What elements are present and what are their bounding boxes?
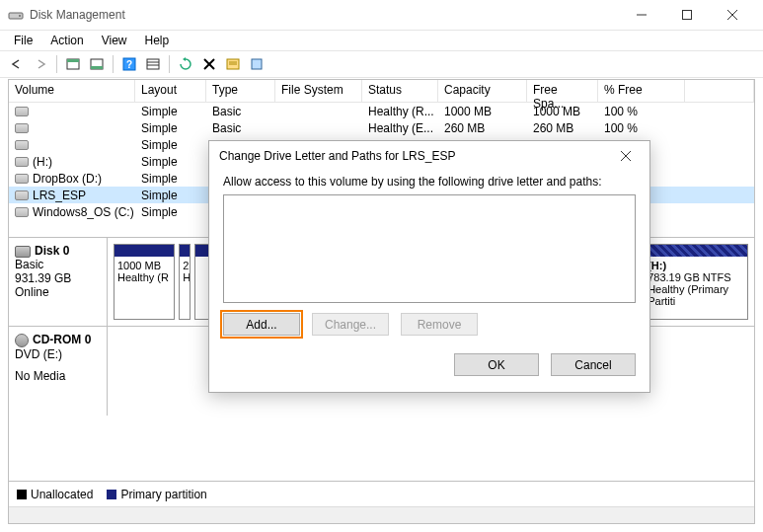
cdrom-info[interactable]: CD-ROM 0 DVD (E:) No Media <box>9 327 108 416</box>
help-icon[interactable]: ? <box>118 53 140 75</box>
primary-swatch <box>107 490 116 499</box>
maximize-button[interactable] <box>664 0 710 30</box>
disk-management-icon <box>8 7 24 23</box>
titlebar: Disk Management <box>0 0 763 31</box>
settings-icon[interactable] <box>142 53 164 75</box>
partition[interactable]: (H:)783.19 GB NTFSHealthy (Primary Parti… <box>644 244 748 320</box>
disk0-info[interactable]: Disk 0 Basic 931.39 GB Online <box>9 238 108 326</box>
table-row[interactable]: SimpleBasicHealthy (R...1000 MB1000 MB10… <box>9 103 754 119</box>
horizontal-scrollbar[interactable] <box>9 506 754 523</box>
header-free[interactable]: Free Spa... <box>527 80 598 102</box>
disk0-name: Disk 0 <box>35 244 69 258</box>
properties-icon[interactable] <box>222 53 244 75</box>
drive-icon <box>15 190 29 200</box>
cdrom-type: DVD (E:) <box>15 347 101 361</box>
unallocated-swatch <box>17 490 27 499</box>
disk0-size: 931.39 GB <box>15 271 101 285</box>
header-type[interactable]: Type <box>206 80 275 102</box>
change-drive-letter-dialog: Change Drive Letter and Paths for LRS_ES… <box>208 140 650 393</box>
header-layout[interactable]: Layout <box>135 80 206 102</box>
header-capacity[interactable]: Capacity <box>438 80 527 102</box>
header-overflow[interactable] <box>685 80 754 102</box>
disk0-state: Online <box>15 285 101 299</box>
svg-rect-12 <box>147 59 159 69</box>
show-bottom-icon[interactable] <box>86 53 108 75</box>
menu-view[interactable]: View <box>94 33 135 48</box>
dialog-instruction: Allow access to this volume by using the… <box>223 175 636 189</box>
drive-icon <box>15 174 29 184</box>
legend-unallocated: Unallocated <box>17 488 93 501</box>
ok-button[interactable]: OK <box>454 353 539 376</box>
partition[interactable]: 1000 MBHealthy (R <box>114 244 175 320</box>
minimize-button[interactable] <box>619 0 664 30</box>
remove-button: Remove <box>401 313 478 336</box>
header-filesystem[interactable]: File System <box>275 80 362 102</box>
back-button[interactable] <box>6 53 28 75</box>
show-top-icon[interactable] <box>62 53 84 75</box>
menu-action[interactable]: Action <box>42 33 91 48</box>
drive-icon <box>15 107 29 116</box>
cdrom-state: No Media <box>15 369 101 383</box>
close-button[interactable] <box>710 0 755 30</box>
disk0-type: Basic <box>15 258 101 271</box>
refresh-icon[interactable] <box>175 53 196 75</box>
header-status[interactable]: Status <box>362 80 438 102</box>
drive-icon <box>15 123 29 133</box>
forward-button[interactable] <box>30 53 51 75</box>
svg-rect-20 <box>252 59 262 69</box>
svg-rect-3 <box>683 11 692 20</box>
cancel-button[interactable]: Cancel <box>551 353 636 376</box>
header-volume[interactable]: Volume <box>9 80 135 102</box>
drive-icon <box>15 157 29 167</box>
volume-list-header: Volume Layout Type File System Status Ca… <box>9 80 754 103</box>
dialog-title: Change Drive Letter and Paths for LRS_ES… <box>219 149 455 163</box>
header-pct[interactable]: % Free <box>598 80 685 102</box>
dialog-close-button[interactable] <box>612 144 640 168</box>
cdrom-name: CD-ROM 0 <box>33 333 91 346</box>
svg-point-1 <box>19 15 21 17</box>
legend-primary: Primary partition <box>107 488 206 501</box>
drive-icon <box>15 140 29 150</box>
svg-text:?: ? <box>126 59 132 70</box>
toolbar: ? <box>0 50 763 78</box>
drive-icon <box>15 207 29 217</box>
drive-paths-listbox[interactable] <box>223 194 636 303</box>
add-button[interactable]: Add... <box>223 313 300 336</box>
table-row[interactable]: SimpleBasicHealthy (E...260 MB260 MB100 … <box>9 119 754 136</box>
disk-icon <box>15 246 31 258</box>
svg-rect-7 <box>67 59 79 62</box>
svg-rect-9 <box>91 66 103 69</box>
delete-icon[interactable] <box>198 53 220 75</box>
change-button: Change... <box>312 313 389 336</box>
cdrom-icon <box>15 334 29 347</box>
action-icon[interactable] <box>246 53 267 75</box>
menu-file[interactable]: File <box>6 33 40 48</box>
menu-help[interactable]: Help <box>137 33 178 48</box>
partition[interactable]: 2H <box>179 244 191 320</box>
menubar: File Action View Help <box>0 31 763 50</box>
legend: Unallocated Primary partition <box>9 481 754 506</box>
window-title: Disk Management <box>30 8 125 22</box>
dialog-titlebar: Change Drive Letter and Paths for LRS_ES… <box>209 141 649 171</box>
